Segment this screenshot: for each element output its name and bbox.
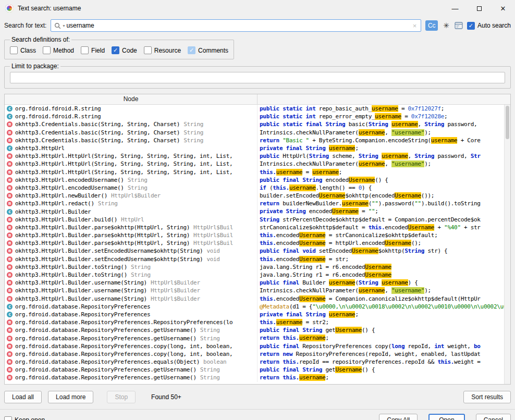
- result-row[interactable]: mokhttp3.HttpUrl.Builder.setEncodedUsern…: [5, 247, 504, 255]
- method-icon: m: [7, 256, 13, 262]
- result-row[interactable]: mokhttp3.HttpUrl.Builder.build()HttpUrlS…: [5, 216, 504, 224]
- active-tab-search-icon[interactable]: [455, 22, 463, 29]
- code-cell: Intrinsics.checkNullParameter(username, …: [258, 287, 504, 294]
- node-text: okhttp3.HttpUrl.Builder.parse$okhttp(Htt…: [15, 224, 190, 231]
- code-column-header[interactable]: [258, 94, 510, 104]
- definition-option-class[interactable]: Class: [10, 46, 36, 54]
- node-text: okhttp3.HttpUrl.Builder.toString(): [15, 264, 127, 270]
- result-row[interactable]: cokhttp3.HttpUrlprivate final String use…: [5, 144, 504, 152]
- result-row[interactable]: mokhttp3.HttpUrl.encodedUsername()String…: [5, 184, 504, 192]
- keep-open-option[interactable]: Keep open: [4, 416, 45, 420]
- node-column-header[interactable]: Node: [5, 94, 258, 104]
- case-sensitive-toggle[interactable]: Cc: [425, 20, 438, 31]
- auto-search-option[interactable]: Auto search: [467, 22, 511, 30]
- result-row[interactable]: corg.fdroid.fdroid.R.stringpublic static…: [5, 113, 504, 120]
- result-row[interactable]: morg.fdroid.database.RepositoryPreferenc…: [5, 326, 504, 334]
- node-text: okhttp3.Credentials.basic(String, String…: [15, 137, 180, 144]
- node-text: okhttp3.HttpUrl.Builder.setEncodedUserna…: [15, 248, 203, 254]
- node-cell: mokhttp3.HttpUrl.newBuilder()HttpUrl$Bui…: [5, 192, 258, 200]
- definition-option-code[interactable]: Code: [112, 46, 137, 54]
- maximize-button[interactable]: [467, 0, 491, 17]
- result-row[interactable]: mokhttp3.HttpUrl.Builder.parse$okhttp(Ht…: [5, 239, 504, 247]
- minimize-button[interactable]: —: [443, 0, 467, 17]
- result-row[interactable]: corg.fdroid.fdroid.R.stringpublic static…: [5, 105, 504, 113]
- method-icon: m: [7, 296, 13, 302]
- definition-option-field[interactable]: Field: [81, 46, 105, 54]
- node-cell: mokhttp3.HttpUrl.Builder.username(String…: [5, 279, 258, 287]
- code-cell: this.username = str2;: [258, 318, 504, 326]
- result-row[interactable]: mokhttp3.HttpUrl.HttpUrl(String, String,…: [5, 168, 504, 176]
- result-row[interactable]: morg.fdroid.database.RepositoryPreferenc…: [5, 342, 504, 350]
- load-all-button[interactable]: Load all: [4, 391, 42, 403]
- result-row[interactable]: morg.fdroid.database.RepositoryPreferenc…: [5, 318, 504, 326]
- definition-option-comments[interactable]: Comments: [188, 46, 228, 54]
- code-cell: builder.setEncodedUsername$okhttp(encode…: [258, 192, 504, 200]
- close-button[interactable]: ✕: [491, 0, 515, 17]
- result-row[interactable]: mokhttp3.Credentials.basic(String, Strin…: [5, 129, 504, 137]
- result-row[interactable]: morg.fdroid.database.RepositoryPreferenc…: [5, 350, 504, 358]
- result-row[interactable]: mokhttp3.HttpUrl.Builder.username(String…: [5, 287, 504, 294]
- method-icon: m: [7, 185, 13, 191]
- result-row[interactable]: mokhttp3.HttpUrl.Builder.toString()Strin…: [5, 271, 504, 279]
- checkbox[interactable]: [81, 46, 89, 54]
- definition-option-resource[interactable]: Resource: [144, 46, 181, 54]
- result-row[interactable]: mokhttp3.HttpUrl.Builder.toString()Strin…: [5, 263, 504, 271]
- result-row[interactable]: mokhttp3.Credentials.basic(String, Strin…: [5, 120, 504, 128]
- stop-button[interactable]: Stop: [107, 391, 136, 403]
- cancel-button[interactable]: Cancel: [476, 414, 511, 420]
- result-row[interactable]: morg.fdroid.database.RepositoryPreferenc…: [5, 358, 504, 366]
- sort-results-button[interactable]: Sort results: [463, 391, 511, 403]
- vertical-scrollbar[interactable]: [504, 105, 510, 384]
- load-more-button[interactable]: Load more: [48, 391, 93, 403]
- result-row[interactable]: mokhttp3.HttpUrl.Builder.username(String…: [5, 279, 504, 287]
- result-row[interactable]: mokhttp3.HttpUrl.HttpUrl(String, String,…: [5, 152, 504, 160]
- chevron-down-icon[interactable]: ▾: [63, 23, 65, 28]
- app-icon: [5, 4, 14, 13]
- open-button[interactable]: Open: [428, 414, 464, 420]
- result-row[interactable]: morg.fdroid.database.RepositoryPreferenc…: [5, 374, 504, 381]
- found-count: Found 50+: [151, 393, 181, 401]
- result-row[interactable]: mokhttp3.HttpUrl.encodedUsername()String…: [5, 176, 504, 184]
- code-cell: public final Builder username(String use…: [258, 279, 504, 287]
- clear-icon[interactable]: ×: [412, 22, 418, 30]
- result-row[interactable]: mokhttp3.HttpUrl.Builder.parse$okhttp(Ht…: [5, 231, 504, 239]
- checkbox[interactable]: [10, 46, 18, 54]
- search-field[interactable]: ▾ ×: [51, 19, 421, 32]
- result-row[interactable]: corg.fdroid.database.RepositoryPreferenc…: [5, 311, 504, 318]
- result-row[interactable]: mokhttp3.HttpUrl.Builder.setEncodedUsern…: [5, 255, 504, 263]
- definition-option-method[interactable]: Method: [43, 46, 74, 54]
- checkbox[interactable]: [43, 46, 51, 54]
- result-row[interactable]: morg.fdroid.database.RepositoryPreferenc…: [5, 334, 504, 342]
- regex-toggle-icon[interactable]: ✳: [442, 21, 450, 30]
- node-text: org.fdroid.fdroid.R.string: [15, 105, 101, 112]
- result-row[interactable]: mokhttp3.HttpUrl.redact()Stringreturn bu…: [5, 200, 504, 207]
- checkbox[interactable]: [112, 46, 119, 54]
- node-cell: mokhttp3.HttpUrl.Builder.setEncodedUsern…: [5, 255, 258, 263]
- method-icon: m: [7, 272, 13, 278]
- checkbox[interactable]: [144, 46, 152, 54]
- result-row[interactable]: cokhttp3.HttpUrl.Builderprivate String e…: [5, 207, 504, 215]
- auto-search-checkbox[interactable]: [467, 22, 475, 30]
- copy-all-button[interactable]: Copy All: [379, 414, 418, 420]
- scrollbar-thumb[interactable]: [506, 106, 509, 139]
- result-row[interactable]: mokhttp3.HttpUrl.HttpUrl(String, String,…: [5, 160, 504, 168]
- checkbox[interactable]: [188, 46, 195, 54]
- result-row[interactable]: mokhttp3.HttpUrl.Builder.parse$okhttp(Ht…: [5, 224, 504, 231]
- search-input[interactable]: [66, 22, 410, 29]
- keep-open-checkbox[interactable]: [4, 416, 12, 420]
- result-row[interactable]: mokhttp3.Credentials.basic(String, Strin…: [5, 137, 504, 144]
- code-cell: public static final String basic(String …: [258, 120, 504, 128]
- method-icon: m: [7, 217, 13, 223]
- keep-open-label: Keep open: [15, 416, 45, 420]
- result-row[interactable]: corg.fdroid.database.RepositoryPreferenc…: [5, 303, 504, 311]
- node-cell: mokhttp3.Credentials.basic(String, Strin…: [5, 129, 258, 137]
- result-row[interactable]: mokhttp3.HttpUrl.newBuilder()HttpUrl$Bui…: [5, 192, 504, 200]
- method-icon: m: [7, 177, 13, 183]
- result-row[interactable]: morg.fdroid.database.RepositoryPreferenc…: [5, 366, 504, 374]
- class-icon: c: [7, 106, 13, 112]
- package-limit-title: Limit to package:: [10, 63, 60, 70]
- result-row[interactable]: mokhttp3.HttpUrl.Builder.username(String…: [5, 295, 504, 303]
- node-cell: morg.fdroid.database.RepositoryPreferenc…: [5, 334, 258, 342]
- package-limit-group: Limit to package:: [4, 63, 511, 89]
- package-limit-input[interactable]: [10, 72, 505, 83]
